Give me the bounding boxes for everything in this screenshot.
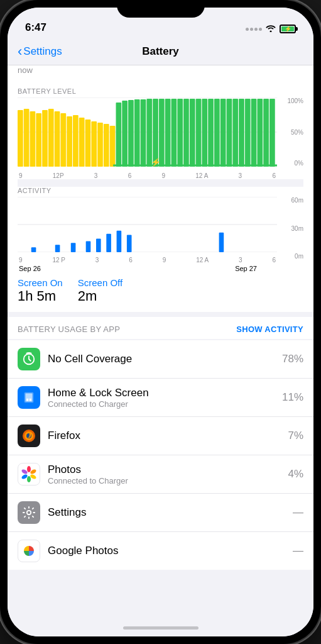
screen-on-value: 1h 5m — [18, 288, 63, 304]
svg-rect-27 — [165, 99, 171, 167]
svg-rect-32 — [196, 99, 202, 167]
screen-off-item: Screen Off 2m — [78, 277, 122, 304]
battery-chart-svg-area: ⚡ — [18, 97, 277, 167]
battery-level-chart: 100% 50% 0% — [18, 97, 303, 179]
activity-x-label-row: 9 12 P 3 6 9 12 A 3 6 Sep 26 Sep 27 — [18, 257, 277, 272]
y-label-50: 50% — [291, 129, 303, 136]
app-name-home-lock: Home & Lock Screen — [48, 387, 282, 399]
svg-rect-52 — [71, 243, 76, 252]
svg-rect-55 — [106, 234, 111, 252]
app-sub-photos: Connected to Charger — [48, 476, 288, 486]
svg-rect-11 — [67, 116, 72, 167]
x-label-9: 9 — [19, 172, 23, 179]
svg-rect-16 — [97, 123, 103, 167]
screen-on-item: Screen On 1h 5m — [18, 277, 63, 304]
usage-header: BATTERY USAGE BY APP SHOW ACTIVITY — [8, 317, 313, 339]
list-item[interactable]: Settings — — [8, 494, 313, 532]
now-label: now — [18, 65, 33, 75]
screen-off-value: 2m — [78, 288, 122, 304]
svg-point-73 — [27, 511, 31, 514]
svg-rect-39 — [239, 99, 244, 167]
act-x-6: 6 — [129, 257, 133, 264]
y-label-0: 0% — [295, 160, 303, 167]
battery-icon: ⚡ — [280, 25, 296, 33]
back-arrow-icon: ‹ — [18, 45, 22, 58]
svg-rect-62 — [26, 399, 28, 401]
app-info-settings: Settings — [48, 506, 293, 519]
list-item[interactable]: Photos Connected to Charger 4% — [8, 455, 313, 494]
scroll-content[interactable]: now BATTERY LEVEL 100% 50% 0% — [8, 65, 313, 619]
list-item[interactable]: Google Photos — — [8, 532, 313, 570]
activity-chart-svg — [18, 197, 277, 252]
app-usage-google-photos: — — [293, 545, 303, 557]
section-divider-1 — [8, 312, 313, 317]
back-button[interactable]: ‹ Settings — [18, 45, 62, 58]
status-time: 6:47 — [25, 21, 46, 34]
svg-rect-9 — [55, 111, 60, 167]
show-activity-button[interactable]: SHOW ACTIVITY — [236, 325, 303, 334]
activity-label: ACTIVITY — [18, 187, 303, 194]
app-list: No Cell Coverage 78% — [8, 340, 313, 570]
svg-rect-13 — [79, 118, 85, 167]
svg-rect-25 — [153, 99, 158, 167]
battery-bolt-icon: ⚡ — [285, 26, 291, 32]
svg-rect-22 — [134, 99, 140, 167]
back-label: Settings — [23, 45, 62, 58]
svg-rect-6 — [36, 113, 41, 167]
x-label-3b: 3 — [239, 172, 242, 179]
svg-rect-41 — [251, 99, 257, 167]
svg-rect-42 — [257, 99, 263, 167]
svg-rect-36 — [220, 99, 226, 167]
nav-bar: ‹ Settings Battery — [8, 38, 313, 65]
svg-rect-51 — [55, 245, 60, 252]
x-label-12p: 12P — [53, 172, 64, 179]
list-item[interactable]: Home & Lock Screen Connected to Charger … — [8, 379, 313, 417]
status-icons: ⚡ — [246, 24, 296, 34]
screen-on-label: Screen On — [18, 277, 63, 288]
activity-chart: 60m 30m 0m — [18, 197, 303, 272]
app-info-firefox: Firefox — [48, 430, 288, 442]
app-usage-settings: — — [293, 506, 303, 519]
svg-rect-61 — [26, 394, 33, 402]
battery-level-section: BATTERY LEVEL 100% 50% 0% — [8, 80, 313, 312]
app-usage-home-lock: 11% — [282, 391, 303, 404]
screen-off-label: Screen Off — [78, 277, 122, 288]
svg-rect-34 — [208, 99, 214, 167]
app-usage-no-cell: 78% — [282, 353, 303, 365]
app-info-no-cell: No Cell Coverage — [48, 353, 282, 365]
app-usage-firefox: 7% — [288, 430, 303, 442]
app-info-photos: Photos Connected to Charger — [48, 464, 288, 486]
app-info-google-photos: Google Photos — [48, 545, 293, 557]
battery-fill: ⚡ — [281, 26, 294, 31]
act-x-3: 3 — [95, 257, 99, 264]
svg-rect-7 — [42, 110, 48, 167]
svg-rect-4 — [24, 109, 30, 167]
screen-time-row: Screen On 1h 5m Screen Off 2m — [18, 272, 303, 307]
act-x-6b: 6 — [272, 257, 276, 264]
svg-point-67 — [27, 466, 31, 472]
list-item[interactable]: Firefox 7% — [8, 417, 313, 455]
usage-label: BATTERY USAGE BY APP — [18, 325, 120, 334]
wifi-icon — [266, 24, 276, 34]
act-y-0: 0m — [295, 253, 303, 260]
svg-rect-35 — [214, 99, 220, 167]
app-name-no-cell: No Cell Coverage — [48, 353, 282, 365]
svg-rect-30 — [183, 99, 189, 167]
app-sub-home-lock: Connected to Charger — [48, 399, 282, 409]
act-y-60: 60m — [291, 197, 303, 204]
phone-screen: 6:47 ⚡ — [8, 8, 313, 636]
svg-rect-29 — [177, 99, 183, 167]
act-x-9b: 9 — [163, 257, 166, 264]
page-title: Battery — [142, 45, 179, 58]
app-usage-photos: 4% — [288, 468, 303, 480]
list-item[interactable]: No Cell Coverage 78% — [8, 340, 313, 379]
svg-rect-17 — [104, 124, 109, 167]
x-label-6b: 6 — [272, 172, 276, 179]
act-x-12a: 12 A — [196, 257, 209, 264]
svg-rect-15 — [91, 121, 97, 167]
svg-rect-28 — [171, 99, 177, 167]
act-x-3b: 3 — [239, 257, 242, 264]
svg-rect-50 — [31, 247, 36, 252]
svg-rect-54 — [96, 238, 101, 252]
act-x-12p: 12 P — [52, 257, 65, 264]
